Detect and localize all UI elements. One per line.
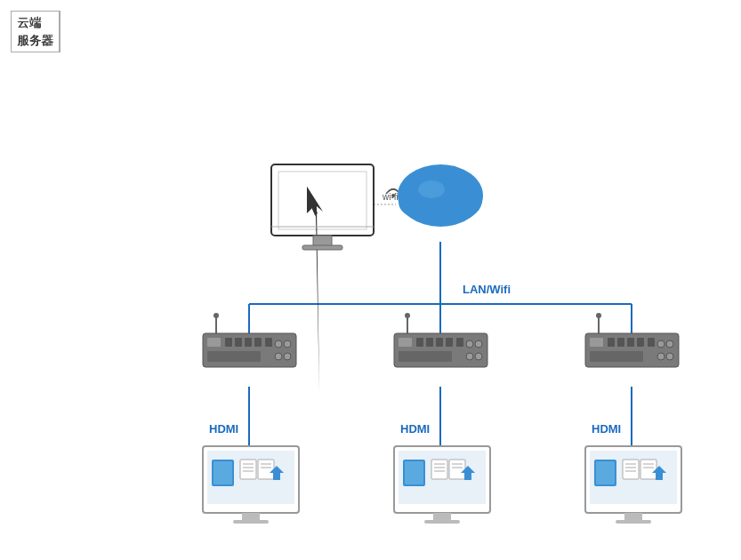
svg-rect-97	[585, 446, 681, 513]
svg-point-24	[213, 313, 219, 318]
svg-rect-84	[399, 451, 486, 504]
svg-rect-31	[265, 338, 272, 347]
svg-marker-108	[652, 466, 666, 480]
svg-rect-56	[617, 338, 624, 347]
svg-rect-40	[399, 338, 412, 347]
svg-rect-73	[240, 460, 256, 479]
svg-point-52	[596, 313, 601, 318]
svg-text:LAN/Wifi: LAN/Wifi	[463, 283, 511, 296]
cloud-server-line2: 服务器	[18, 32, 52, 50]
svg-rect-95	[433, 513, 451, 520]
svg-point-63	[666, 340, 673, 348]
cloud-server-label: 云端 服务器	[11, 11, 60, 52]
svg-rect-105	[640, 460, 656, 479]
svg-rect-42	[426, 338, 433, 347]
svg-rect-85	[403, 460, 425, 486]
svg-rect-69	[203, 446, 299, 513]
svg-rect-101	[623, 460, 639, 479]
svg-rect-83	[394, 446, 490, 513]
svg-point-62	[657, 353, 664, 360]
svg-marker-11	[307, 187, 323, 393]
svg-rect-43	[436, 338, 443, 347]
svg-rect-27	[225, 338, 232, 347]
svg-point-64	[666, 353, 673, 360]
svg-rect-26	[207, 338, 221, 347]
svg-rect-81	[242, 513, 260, 520]
svg-rect-30	[254, 338, 262, 347]
svg-rect-82	[233, 520, 269, 524]
svg-point-61	[657, 340, 664, 348]
svg-rect-14	[302, 245, 342, 250]
svg-rect-86	[405, 461, 423, 484]
svg-rect-110	[616, 520, 651, 524]
svg-rect-54	[590, 338, 603, 347]
svg-rect-46	[399, 351, 452, 362]
svg-point-17	[391, 194, 395, 197]
svg-rect-29	[245, 338, 252, 347]
svg-rect-77	[258, 460, 274, 479]
svg-rect-109	[624, 513, 642, 520]
svg-marker-12	[307, 187, 318, 215]
svg-point-35	[284, 340, 291, 348]
cloud-server-line1: 云端	[18, 14, 52, 32]
svg-text:HDMI: HDMI	[592, 422, 621, 436]
svg-rect-96	[424, 520, 460, 524]
svg-point-50	[475, 353, 482, 360]
svg-text:HDMI: HDMI	[400, 422, 430, 436]
svg-rect-58	[637, 338, 644, 347]
svg-point-22	[418, 180, 445, 198]
svg-marker-80	[270, 466, 284, 480]
svg-rect-53	[585, 333, 679, 367]
svg-point-48	[466, 353, 473, 360]
svg-rect-87	[431, 460, 447, 479]
svg-point-36	[284, 353, 291, 360]
svg-rect-100	[596, 461, 615, 484]
svg-rect-41	[416, 338, 423, 347]
svg-text:HDMI: HDMI	[209, 422, 238, 436]
svg-rect-39	[394, 333, 487, 367]
svg-rect-25	[203, 333, 296, 367]
svg-rect-60	[590, 351, 643, 362]
svg-point-21	[405, 194, 476, 220]
svg-point-38	[405, 313, 410, 318]
svg-rect-72	[213, 461, 232, 484]
svg-point-34	[275, 353, 282, 360]
svg-rect-13	[313, 236, 332, 246]
svg-rect-99	[594, 460, 616, 486]
svg-rect-57	[627, 338, 634, 347]
svg-rect-32	[207, 351, 261, 362]
svg-marker-94	[461, 466, 475, 480]
svg-rect-71	[212, 460, 234, 486]
svg-point-20	[443, 182, 482, 218]
svg-rect-55	[608, 338, 615, 347]
svg-point-47	[466, 340, 473, 348]
svg-rect-70	[207, 451, 294, 504]
svg-point-19	[399, 186, 438, 218]
svg-text:wi-fi: wi-fi	[382, 192, 399, 202]
svg-rect-98	[590, 451, 677, 504]
svg-rect-44	[446, 338, 453, 347]
svg-rect-10	[278, 172, 366, 229]
svg-point-33	[275, 340, 282, 348]
diagram: 云端 服务器 wi-fi	[0, 0, 741, 560]
svg-rect-59	[648, 338, 655, 347]
svg-point-18	[398, 164, 483, 227]
svg-rect-91	[449, 460, 465, 479]
svg-rect-28	[235, 338, 242, 347]
svg-point-49	[475, 340, 482, 348]
svg-rect-45	[456, 338, 463, 347]
svg-rect-9	[271, 164, 374, 236]
diagram-svg: wi-fi	[0, 0, 741, 560]
